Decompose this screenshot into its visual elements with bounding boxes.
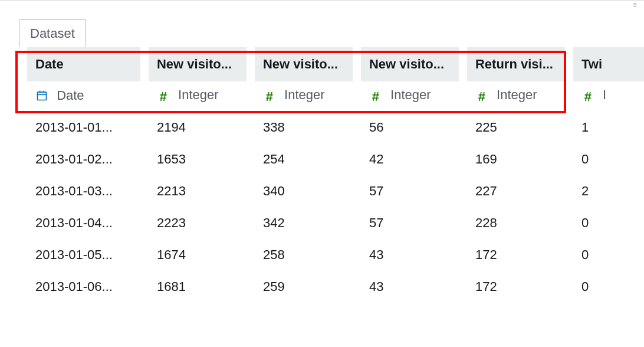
svg-rect-0 bbox=[38, 92, 47, 100]
cell-value[interactable]: 169 bbox=[467, 143, 565, 175]
table-row: 2013-01-05... 1674 258 43 172 0 bbox=[27, 239, 644, 271]
type-label: Date bbox=[57, 88, 84, 103]
hash-icon: # bbox=[369, 90, 382, 103]
cell-value[interactable]: 225 bbox=[467, 112, 565, 143]
dataset-panel: Dataset Date New visito... New visito...… bbox=[0, 0, 644, 347]
top-divider bbox=[0, 0, 644, 1]
cell-value[interactable]: 56 bbox=[361, 112, 459, 143]
cell-value[interactable]: 1674 bbox=[149, 239, 247, 271]
type-label: Integer bbox=[390, 87, 431, 102]
cell-value[interactable]: 2194 bbox=[149, 112, 247, 143]
cell-value[interactable]: 43 bbox=[361, 239, 459, 271]
tab-dataset[interactable]: Dataset bbox=[19, 19, 86, 47]
cell-value[interactable]: 342 bbox=[255, 207, 353, 239]
cell-value[interactable]: 172 bbox=[467, 271, 565, 303]
header-row: Date New visito... New visito... New vis… bbox=[27, 47, 644, 81]
cell-value[interactable]: 1 bbox=[573, 112, 644, 143]
type-cell-date[interactable]: Date bbox=[27, 81, 140, 112]
cell-value[interactable]: 57 bbox=[361, 175, 459, 207]
type-cell-integer[interactable]: # Integer bbox=[361, 81, 459, 112]
data-table-wrapper: Date New visito... New visito... New vis… bbox=[0, 47, 644, 303]
data-table: Date New visito... New visito... New vis… bbox=[19, 47, 644, 303]
cell-value[interactable]: 340 bbox=[255, 175, 353, 207]
cell-value[interactable]: 172 bbox=[467, 239, 565, 271]
drag-handle-icon[interactable]: ⠿ bbox=[633, 2, 638, 9]
cell-value[interactable]: 0 bbox=[573, 143, 644, 175]
cell-date[interactable]: 2013-01-04... bbox=[27, 207, 140, 239]
type-label: Integer bbox=[284, 87, 325, 102]
table-row: 2013-01-03... 2213 340 57 227 2 bbox=[27, 175, 644, 207]
cell-value[interactable]: 228 bbox=[467, 207, 565, 239]
type-cell-integer[interactable]: # Integer bbox=[467, 81, 565, 112]
cell-date[interactable]: 2013-01-02... bbox=[27, 143, 140, 175]
cell-value[interactable]: 2223 bbox=[149, 207, 247, 239]
cell-value[interactable]: 43 bbox=[361, 271, 459, 303]
column-header-new-visitors-1[interactable]: New visito... bbox=[149, 47, 247, 81]
cell-value[interactable]: 42 bbox=[361, 143, 459, 175]
cell-date[interactable]: 2013-01-05... bbox=[27, 239, 140, 271]
column-header-new-visitors-3[interactable]: New visito... bbox=[361, 47, 459, 81]
table-row: 2013-01-02... 1653 254 42 169 0 bbox=[27, 143, 644, 175]
hash-icon: # bbox=[475, 90, 488, 103]
column-header-label: Date bbox=[35, 57, 64, 71]
column-header-date[interactable]: Date bbox=[27, 47, 140, 81]
hash-icon: # bbox=[157, 90, 170, 103]
cell-value[interactable]: 2213 bbox=[149, 175, 247, 207]
type-row: Date # Integer # Integer # Integer bbox=[27, 81, 644, 112]
cell-value[interactable]: 0 bbox=[573, 271, 644, 303]
cell-value[interactable]: 2 bbox=[573, 175, 644, 207]
cell-date[interactable]: 2013-01-06... bbox=[27, 271, 140, 303]
type-cell-integer[interactable]: # I bbox=[573, 81, 644, 112]
column-header-return-visitors[interactable]: Return visi... bbox=[467, 47, 565, 81]
cell-value[interactable]: 227 bbox=[467, 175, 565, 207]
cell-value[interactable]: 0 bbox=[573, 239, 644, 271]
cell-value[interactable]: 57 bbox=[361, 207, 459, 239]
hash-icon: # bbox=[263, 90, 276, 103]
calendar-icon bbox=[35, 89, 48, 102]
table-row: 2013-01-04... 2223 342 57 228 0 bbox=[27, 207, 644, 239]
cell-value[interactable]: 1653 bbox=[149, 143, 247, 175]
column-header-label: New visito... bbox=[157, 57, 232, 71]
cell-date[interactable]: 2013-01-01... bbox=[27, 112, 140, 143]
type-cell-integer[interactable]: # Integer bbox=[149, 81, 247, 112]
table-row: 2013-01-01... 2194 338 56 225 1 bbox=[27, 112, 644, 143]
column-header-twitter[interactable]: Twi bbox=[573, 47, 644, 81]
column-header-label: Twi bbox=[581, 57, 602, 71]
type-cell-integer[interactable]: # Integer bbox=[255, 81, 353, 112]
tab-label: Dataset bbox=[30, 26, 75, 41]
column-header-label: Return visi... bbox=[475, 57, 553, 71]
column-header-new-visitors-2[interactable]: New visito... bbox=[255, 47, 353, 81]
tab-bar: Dataset bbox=[0, 0, 644, 47]
cell-value[interactable]: 259 bbox=[255, 271, 353, 303]
cell-value[interactable]: 254 bbox=[255, 143, 353, 175]
cell-value[interactable]: 338 bbox=[255, 112, 353, 143]
cell-value[interactable]: 258 bbox=[255, 239, 353, 271]
type-label: I bbox=[603, 87, 606, 102]
hash-icon: # bbox=[581, 90, 594, 103]
column-header-label: New visito... bbox=[369, 57, 444, 71]
cell-date[interactable]: 2013-01-03... bbox=[27, 175, 140, 207]
column-header-label: New visito... bbox=[263, 57, 338, 71]
table-row: 2013-01-06... 1681 259 43 172 0 bbox=[27, 271, 644, 303]
cell-value[interactable]: 0 bbox=[573, 207, 644, 239]
cell-value[interactable]: 1681 bbox=[149, 271, 247, 303]
type-label: Integer bbox=[497, 87, 537, 102]
type-label: Integer bbox=[178, 87, 219, 102]
